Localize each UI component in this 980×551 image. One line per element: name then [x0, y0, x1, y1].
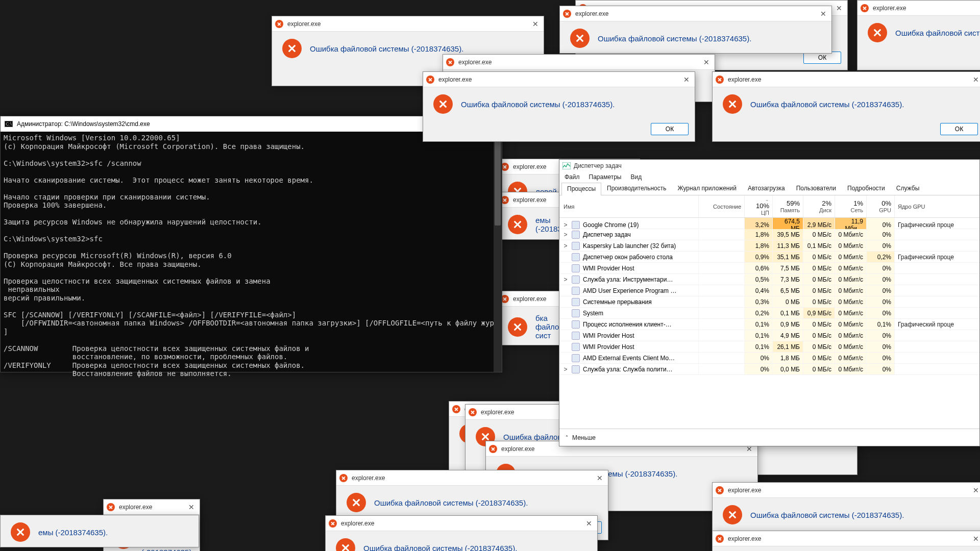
cmd-output[interactable]: Microsoft Windows [Version 10.0.22000.65… [1, 132, 502, 380]
fewer-details[interactable]: Меньше [572, 434, 596, 441]
close-icon[interactable]: ✕ [701, 58, 712, 66]
close-icon[interactable]: ✕ [681, 76, 692, 84]
error-icon [339, 474, 348, 482]
col-net[interactable]: 1%Сеть [835, 195, 866, 217]
close-icon[interactable]: ✕ [595, 474, 605, 482]
dialog-title: explorer.exe [728, 487, 761, 494]
expand-icon[interactable]: > [562, 366, 569, 373]
expand-icon[interactable]: > [562, 221, 569, 229]
col-gpu-engine[interactable]: Ядро GPU [894, 195, 979, 217]
net-cell: 0 Мбит/с [835, 229, 866, 240]
status-cell [698, 240, 744, 251]
dialog-titlebar[interactable]: explorer.exe ✕ [336, 470, 608, 486]
mem-cell: 4,9 МБ [772, 330, 803, 341]
ok-button[interactable]: ОК [651, 123, 689, 135]
menu-view[interactable]: Вид [630, 173, 642, 181]
dialog-titlebar[interactable]: explorer.exe ✕ [443, 55, 715, 70]
process-name-cell: Системные прерывания [559, 296, 698, 307]
status-cell [698, 308, 744, 318]
dialog-titlebar[interactable]: explorer.exe ✕ [104, 499, 200, 515]
col-name[interactable]: Имя [559, 195, 698, 217]
dialog-titlebar[interactable]: explorer.exe ✕ [272, 16, 544, 32]
process-row[interactable]: WMI Provider Host 0,6% 7,5 МБ 0 МБ/с 0 М… [559, 263, 979, 274]
error-icon [469, 408, 477, 416]
tm-header-row: Имя Состояние ⌄10%ЦП 59%Память 2%Диск 1%… [559, 195, 979, 218]
gpu-engine-cell [894, 353, 979, 363]
close-icon[interactable]: ✕ [818, 10, 828, 18]
close-icon[interactable]: ✕ [971, 486, 980, 494]
process-row[interactable]: WMI Provider Host 0,1% 4,9 МБ 0 МБ/с 0 М… [559, 330, 979, 341]
dialog-title: explorer.exe [513, 295, 546, 303]
tab-5[interactable]: Подробности [842, 182, 891, 195]
col-gpu[interactable]: 0%GPU [866, 195, 894, 217]
tab-6[interactable]: Службы [891, 182, 925, 195]
dialog-titlebar[interactable]: explorer.exe ✕ [326, 516, 597, 531]
process-name-cell: Диспетчер окон рабочего стола [559, 252, 698, 262]
process-name-cell: AMD External Events Client Mo… [559, 353, 698, 363]
process-row[interactable]: > Google Chrome (19) 3,2% 674,5 МБ 2,9 М… [559, 218, 979, 229]
expand-icon[interactable]: > [562, 276, 569, 283]
process-icon [572, 298, 580, 306]
process-row[interactable]: WMI Provider Host 0,1% 26,1 МБ 0 МБ/с 0 … [559, 341, 979, 353]
process-row[interactable]: System 0,2% 0,1 МБ 0,9 МБ/с 0 Мбит/с 0% [559, 308, 979, 319]
expand-icon[interactable]: > [562, 242, 569, 249]
process-row[interactable]: > Служба узла: Инструментари… 0,5% 7,3 М… [559, 274, 979, 285]
error-dialog: explorer.exe ✕ Ошибка файловой системы (… [559, 6, 832, 54]
scrollbar-thumb[interactable] [495, 134, 501, 226]
process-row[interactable]: AMD External Events Client Mo… 0% 1,8 МБ… [559, 353, 979, 364]
process-row[interactable]: Диспетчер окон рабочего стола 0,9% 35,1 … [559, 252, 979, 263]
process-name-cell: > Служба узла: Служба полити… [559, 364, 698, 374]
process-row[interactable]: Процесс исполнения клиент-… 0,1% 0,9 МБ … [559, 319, 979, 330]
close-icon[interactable]: ✕ [530, 20, 541, 28]
dialog-titlebar[interactable]: explorer.exe ✕ [713, 72, 980, 87]
dialog-body: Ошибка файловой системы (-2018374635). [326, 531, 597, 551]
chevron-up-icon[interactable]: ˄ [566, 435, 568, 440]
error-icon [861, 4, 869, 12]
dialog-titlebar[interactable]: explorer.exe ✕ [713, 531, 980, 546]
close-icon[interactable]: ✕ [834, 4, 844, 12]
tab-3[interactable]: Автозагрузка [742, 182, 791, 195]
tab-4[interactable]: Пользователи [791, 182, 842, 195]
tab-2[interactable]: Журнал приложений [672, 182, 742, 195]
process-row[interactable]: > Диспетчер задач 1,8% 39,5 МБ 0 МБ/с 0 … [559, 229, 979, 240]
col-status[interactable]: Состояние [698, 195, 744, 217]
tm-titlebar[interactable]: Диспетчер задач [559, 160, 979, 172]
dialog-titlebar[interactable]: explorer.exe ✕ [560, 6, 831, 21]
process-name-cell: System [559, 308, 698, 318]
net-cell: 0 Мбит/с [835, 240, 866, 251]
tab-0[interactable]: Процессы [561, 183, 601, 195]
col-disk[interactable]: 2%Диск [803, 195, 835, 217]
process-name: WMI Provider Host [583, 343, 634, 350]
close-icon[interactable]: ✕ [584, 519, 594, 528]
scrollbar[interactable] [494, 132, 502, 372]
close-icon[interactable]: ✕ [971, 76, 980, 84]
cpu-cell: 1,8% [744, 229, 772, 240]
process-row[interactable]: AMD User Experience Program … 0,4% 6,5 М… [559, 285, 979, 296]
error-icon [433, 94, 453, 114]
error-message: Ошибка файловой системы (-2018374635). [374, 498, 528, 507]
mem-cell: 0,1 МБ [772, 308, 803, 318]
process-row[interactable]: > Служба узла: Служба полити… 0% 0,0 МБ … [559, 364, 979, 375]
process-row[interactable]: Системные прерывания 0,3% 0 МБ 0 МБ/с 0 … [559, 296, 979, 308]
dialog-titlebar[interactable]: explorer.exe ✕ [423, 72, 695, 87]
dialog-titlebar[interactable]: explorer.exe ✕ [857, 1, 980, 16]
close-icon[interactable]: ✕ [971, 535, 980, 543]
dialog-body: Ошибка файловой системы (-2018374635). [713, 87, 980, 119]
expand-icon[interactable]: > [562, 231, 569, 238]
menu-options[interactable]: Параметры [589, 173, 622, 181]
menu-file[interactable]: Файл [565, 173, 580, 181]
dialog-titlebar[interactable]: explorer.exe ✕ [713, 483, 980, 498]
col-cpu[interactable]: ⌄10%ЦП [744, 195, 772, 217]
process-row[interactable]: > Kaspersky Lab launcher (32 бита) 1,8% … [559, 240, 979, 252]
col-mem[interactable]: 59%Память [772, 195, 803, 217]
ok-button[interactable]: ОК [940, 123, 978, 135]
cpu-cell: 0,6% [744, 263, 772, 273]
status-cell [698, 263, 744, 273]
disk-cell: 0 МБ/с [803, 285, 835, 296]
tab-1[interactable]: Производительность [601, 182, 672, 195]
error-icon [723, 505, 742, 524]
close-icon[interactable]: ✕ [186, 503, 197, 511]
disk-cell: 0 МБ/с [803, 263, 835, 273]
process-icon [572, 242, 580, 250]
tm-title-text: Диспетчер задач [574, 162, 622, 169]
